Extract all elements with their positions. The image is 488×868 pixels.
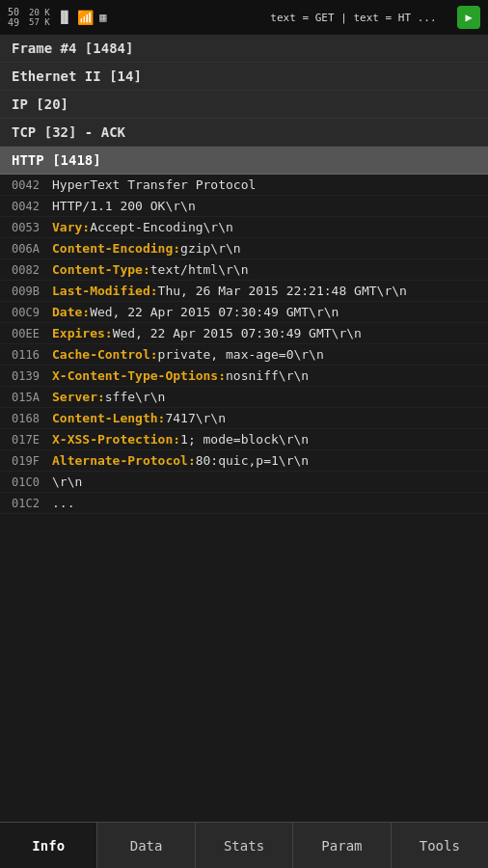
play-button[interactable]: ▶: [457, 6, 480, 29]
field-value: 1; mode=block\r\n: [180, 432, 309, 447]
table-row[interactable]: 01C0\r\n: [0, 472, 488, 493]
field-key: Content-Encoding:: [52, 241, 180, 256]
field-key: Server:: [52, 390, 105, 404]
table-row[interactable]: 0168Content-Length: 7417\r\n: [0, 408, 488, 429]
wifi-icon: 📶: [77, 10, 94, 25]
field-value: \r\n: [52, 475, 82, 489]
rows-container: 0042HyperText Transfer Protocol0042HTTP/…: [0, 175, 488, 514]
tab-tools[interactable]: Tools: [392, 823, 488, 868]
table-row[interactable]: 0053Vary: Accept-Encoding\r\n: [0, 217, 488, 238]
field-value: private, max-age=0\r\n: [158, 347, 324, 362]
tab-bar: Info Data Stats Param Tools: [0, 822, 488, 868]
tab-stats[interactable]: Stats: [196, 823, 293, 868]
table-row[interactable]: 009BLast-Modified: Thu, 26 Mar 2015 22:2…: [0, 281, 488, 302]
table-row[interactable]: 015AServer: sffe\r\n: [0, 387, 488, 408]
offset-label: 009B: [12, 285, 52, 298]
field-key: Content-Type:: [52, 262, 150, 277]
offset-label: 00C9: [12, 306, 52, 319]
field-key: Last-Modified:: [52, 284, 158, 298]
offset-label: 0139: [12, 369, 52, 383]
offset-label: 00EE: [12, 327, 52, 340]
time-block: 50 49: [8, 7, 19, 28]
table-row[interactable]: 0042HyperText Transfer Protocol: [0, 175, 488, 196]
field-key: X-Content-Type-Options:: [52, 368, 226, 383]
offset-label: 017E: [12, 433, 52, 447]
offset-label: 0116: [12, 348, 52, 362]
field-key: X-XSS-Protection:: [52, 432, 180, 447]
table-row[interactable]: 0042HTTP/1.1 200 OK\r\n: [0, 196, 488, 217]
offset-label: 0053: [12, 221, 52, 234]
field-value: nosniff\r\n: [226, 368, 309, 383]
offset-label: 019F: [12, 454, 52, 468]
field-value: Wed, 22 Apr 2015 07:30:49 GMT\r\n: [113, 326, 362, 340]
offset-label: 0082: [12, 263, 52, 277]
time-top: 50: [8, 7, 19, 17]
field-value: gzip\r\n: [180, 241, 241, 256]
field-key: Content-Length:: [52, 411, 165, 425]
field-value: text/html\r\n: [150, 262, 249, 277]
packet-tree[interactable]: Frame #4 [1484] Ethernet II [14] IP [20]…: [0, 35, 488, 822]
http-header[interactable]: HTTP [1418]: [0, 147, 488, 175]
icons-block: ▐▌ 📶 ▦: [58, 10, 250, 25]
offset-label: 01C2: [12, 497, 52, 510]
status-bar: 50 49 20 K 57 K ▐▌ 📶 ▦ text = GET | text…: [0, 0, 488, 35]
field-value: Thu, 26 Mar 2015 22:21:48 GMT\r\n: [158, 284, 407, 298]
net-block: 20 K 57 K: [29, 8, 50, 27]
tab-param[interactable]: Param: [293, 823, 391, 868]
offset-label: 015A: [12, 391, 52, 404]
table-row[interactable]: 00C9Date: Wed, 22 Apr 2015 07:30:49 GMT\…: [0, 302, 488, 323]
ip-header[interactable]: IP [20]: [0, 91, 488, 119]
field-value: ...: [52, 496, 74, 510]
filter-text: text = GET | text = HT ...: [258, 12, 449, 24]
signal-icon: ▐▌: [58, 11, 71, 24]
tab-data[interactable]: Data: [97, 823, 195, 868]
offset-label: 0042: [12, 200, 52, 213]
table-row[interactable]: 006AContent-Encoding: gzip\r\n: [0, 238, 488, 259]
table-row[interactable]: 0082Content-Type: text/html\r\n: [0, 259, 488, 281]
frame-header[interactable]: Frame #4 [1484]: [0, 35, 488, 63]
table-row[interactable]: 01C2...: [0, 493, 488, 514]
table-row[interactable]: 0116Cache-Control: private, max-age=0\r\…: [0, 344, 488, 366]
net-down: 57 K: [29, 17, 50, 27]
table-row[interactable]: 0139X-Content-Type-Options: nosniff\r\n: [0, 366, 488, 387]
field-value: HyperText Transfer Protocol: [52, 177, 256, 192]
table-row[interactable]: 017EX-XSS-Protection: 1; mode=block\r\n: [0, 429, 488, 450]
field-value: Accept-Encoding\r\n: [90, 220, 233, 234]
offset-label: 006A: [12, 242, 52, 256]
tab-info[interactable]: Info: [0, 823, 97, 868]
field-value: 7417\r\n: [165, 411, 226, 425]
field-value: sffe\r\n: [105, 390, 166, 404]
field-value: Wed, 22 Apr 2015 07:30:49 GMT\r\n: [90, 305, 339, 319]
table-row[interactable]: 00EEExpires: Wed, 22 Apr 2015 07:30:49 G…: [0, 323, 488, 344]
field-value: 80:quic,p=1\r\n: [196, 453, 309, 468]
field-key: Expires:: [52, 326, 113, 340]
offset-label: 0168: [12, 412, 52, 425]
grid-icon: ▦: [99, 11, 106, 24]
tcp-header[interactable]: TCP [32] - ACK: [0, 119, 488, 147]
net-up: 20 K: [29, 8, 50, 17]
field-key: Cache-Control:: [52, 347, 158, 362]
field-key: Vary:: [52, 220, 90, 234]
offset-label: 01C0: [12, 475, 52, 489]
field-key: Date:: [52, 305, 90, 319]
field-key: Alternate-Protocol:: [52, 453, 196, 468]
offset-label: 0042: [12, 178, 52, 192]
field-value: HTTP/1.1 200 OK\r\n: [52, 199, 196, 213]
table-row[interactable]: 019FAlternate-Protocol: 80:quic,p=1\r\n: [0, 450, 488, 472]
ethernet-header[interactable]: Ethernet II [14]: [0, 63, 488, 91]
time-bottom: 49: [8, 17, 19, 28]
